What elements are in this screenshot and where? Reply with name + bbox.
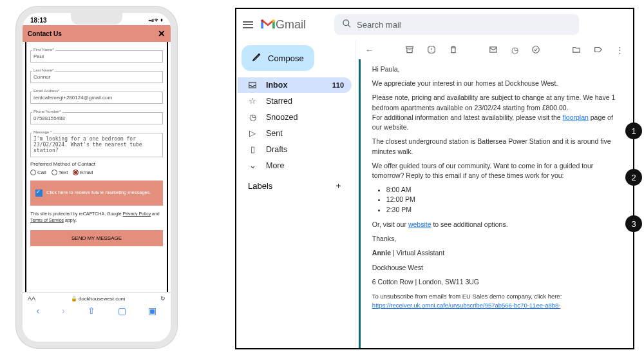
- snooze-icon[interactable]: ◷: [511, 45, 518, 54]
- phone-field[interactable]: [30, 112, 163, 124]
- status-time: 18:13: [30, 17, 47, 24]
- gmail-header: Gmail Search mail: [236, 9, 633, 40]
- website-link[interactable]: website: [408, 220, 431, 228]
- email-label: Email Address*: [32, 89, 61, 93]
- sidebar-item-snoozed[interactable]: ◷ Snoozed: [238, 109, 352, 125]
- email-thanks: Thanks,: [372, 234, 624, 244]
- email-p5: Or, visit our website to see additional …: [372, 220, 624, 229]
- privacy-policy-link[interactable]: Privacy Policy: [123, 211, 151, 216]
- sidebar-item-sent[interactable]: ▷ Sent: [238, 125, 352, 141]
- contact-titlebar: Contact Us ✕: [23, 25, 171, 42]
- gmail-logo: Gmail: [261, 18, 306, 32]
- hamburger-icon[interactable]: [243, 19, 253, 30]
- list-item: 8:00 AM: [386, 185, 624, 195]
- radio-call[interactable]: Call: [30, 170, 46, 175]
- callout-badge-3: 3: [625, 215, 642, 232]
- gmail-m-icon: [261, 19, 275, 30]
- svg-point-0: [343, 20, 349, 26]
- send-message-button[interactable]: SEND MY MESSAGE: [30, 230, 163, 246]
- page-url: dockhousewest.com: [79, 296, 125, 302]
- compose-button[interactable]: Compose: [242, 45, 314, 71]
- star-icon: ☆: [248, 96, 257, 106]
- add-task-icon[interactable]: [531, 45, 540, 54]
- phone-notch: [71, 13, 122, 24]
- last-name-label: Last Name*: [32, 68, 55, 72]
- pencil-icon: [252, 52, 261, 64]
- contact-method-label: Preferred Method of Contact: [30, 161, 163, 167]
- sidebar-item-inbox[interactable]: Inbox 110: [238, 77, 352, 93]
- recaptcha-notice: This site is protected by reCAPTCHA. Goo…: [30, 211, 163, 224]
- forward-icon[interactable]: ›: [62, 306, 65, 316]
- gmail-main: ← ◷ ⋮ Hi Paula, We appreciate your inter…: [355, 40, 633, 348]
- email-field[interactable]: [30, 92, 163, 104]
- search-icon: [342, 19, 352, 30]
- inbox-count: 110: [332, 81, 344, 89]
- label-icon[interactable]: [594, 45, 603, 54]
- email-p2: Please note, pricing and availability ar…: [372, 93, 624, 132]
- optin-label: Click here to receive future marketing m…: [46, 190, 151, 197]
- chevron-down-icon: ⌄: [248, 161, 257, 170]
- delete-icon[interactable]: [449, 45, 458, 54]
- archive-icon[interactable]: [405, 45, 414, 54]
- email-p4: We offer guided tours of our community. …: [372, 161, 624, 180]
- tabs-icon[interactable]: ▣: [148, 306, 156, 316]
- phone-mockup: 18:13 ••ıl ᯤ ▮ Contact Us ✕ First Name* …: [16, 6, 177, 348]
- email-body: Hi Paula, We appreciate your interest in…: [361, 59, 633, 348]
- tour-times-list: 8:00 AM 12:00 PM 2:30 PM: [386, 185, 624, 215]
- email-p3: The closest underground station is Batte…: [372, 137, 624, 156]
- svg-rect-1: [406, 46, 413, 48]
- sidebar-item-more[interactable]: ⌄ More: [238, 157, 352, 173]
- spam-icon[interactable]: [427, 45, 436, 54]
- safari-bottom-nav: ‹ › ⇧ ▢ ▣: [23, 303, 171, 318]
- phone-label: Phone Number*: [32, 110, 62, 113]
- contact-form: First Name* Last Name* Email Address* Ph…: [25, 42, 168, 292]
- last-name-field[interactable]: [30, 71, 163, 83]
- message-field[interactable]: I'm looking for a one bedroom for 23/02/…: [30, 133, 163, 157]
- tos-link[interactable]: Terms of Service: [30, 218, 64, 222]
- drafts-icon: ▯: [248, 144, 257, 154]
- list-item: 12:00 PM: [386, 195, 624, 204]
- email-signature: Annie | Virtual Assistant Dockhouse West…: [372, 248, 624, 287]
- radio-email[interactable]: Email: [73, 170, 93, 175]
- email-p1: We appreciate your interest in our homes…: [372, 79, 624, 88]
- gmail-logo-text: Gmail: [276, 18, 306, 32]
- more-icon[interactable]: ⋮: [616, 45, 624, 54]
- back-arrow-icon[interactable]: ←: [365, 45, 374, 54]
- plus-icon[interactable]: ＋: [334, 180, 343, 191]
- marketing-optin[interactable]: Click here to receive future marketing m…: [30, 180, 163, 206]
- status-indicators: ••ıl ᯤ ▮: [149, 17, 164, 23]
- search-placeholder: Search mail: [357, 20, 401, 30]
- contact-title: Contact Us: [28, 30, 62, 37]
- callout-badge-1: 1: [625, 122, 642, 139]
- unsubscribe-link[interactable]: https://receiver.uk.omni.cafe/unsubscrib…: [372, 302, 561, 309]
- message-label: Message *: [32, 130, 53, 134]
- checkbox-icon[interactable]: [35, 190, 43, 197]
- gmail-window: Gmail Search mail Compose Inbox 110 ☆ St…: [235, 8, 634, 349]
- svg-point-4: [533, 46, 540, 54]
- inbox-icon: [248, 81, 257, 90]
- email-greeting: Hi Paula,: [372, 64, 624, 74]
- list-item: 2:30 PM: [386, 205, 624, 215]
- share-icon[interactable]: ⇧: [88, 306, 95, 316]
- sidebar-item-drafts[interactable]: ▯ Drafts: [238, 141, 352, 157]
- search-input[interactable]: Search mail: [334, 14, 579, 35]
- reload-icon[interactable]: ↻: [160, 295, 166, 302]
- clock-icon: ◷: [248, 112, 257, 122]
- mark-unread-icon[interactable]: [489, 45, 498, 54]
- move-icon[interactable]: [572, 45, 581, 54]
- sent-icon: ▷: [248, 128, 257, 138]
- message-toolbar: ← ◷ ⋮: [356, 40, 633, 59]
- safari-url-bar: AA 🔒 dockhousewest.com ↻: [23, 292, 171, 303]
- labels-header[interactable]: Labels ＋: [238, 173, 352, 191]
- close-icon[interactable]: ✕: [158, 28, 166, 39]
- text-size-button[interactable]: AA: [28, 295, 35, 302]
- first-name-field[interactable]: [30, 50, 163, 63]
- sidebar-item-starred[interactable]: ☆ Starred: [238, 93, 352, 109]
- first-name-label: First Name*: [32, 48, 55, 52]
- radio-text[interactable]: Text: [52, 170, 68, 175]
- floorplan-link[interactable]: floorplan: [563, 113, 589, 121]
- lock-icon: 🔒: [71, 296, 77, 302]
- bookmarks-icon[interactable]: ▢: [118, 306, 126, 316]
- unsubscribe-text: To unsubscribe from emails from EU Sales…: [372, 292, 624, 310]
- back-icon[interactable]: ‹: [36, 306, 39, 316]
